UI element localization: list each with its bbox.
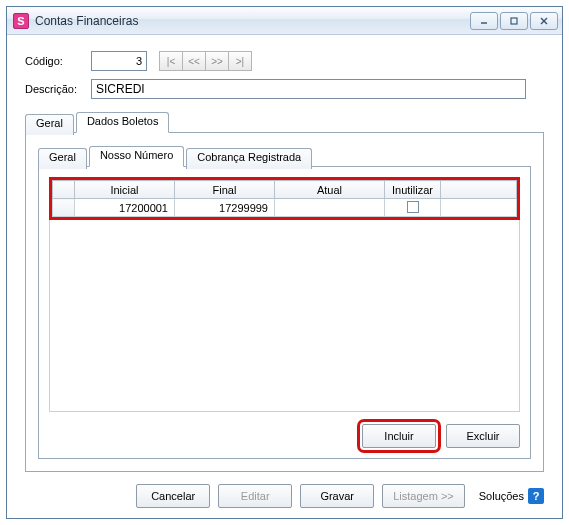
grid-header-row: Inicial Final Atual Inutilizar bbox=[53, 181, 517, 199]
help-icon[interactable]: ? bbox=[528, 488, 544, 504]
col-header-atual[interactable]: Atual bbox=[275, 181, 385, 199]
tab-inner-cobranca-registrada[interactable]: Cobrança Registrada bbox=[186, 148, 312, 169]
outer-tabpanel: Geral Nosso Número Cobrança Registrada bbox=[25, 132, 544, 472]
row-selector-cell[interactable] bbox=[53, 199, 75, 217]
codigo-label: Código: bbox=[25, 55, 83, 67]
app-icon: S bbox=[13, 13, 29, 29]
client-area: Código: |< << >> >| Descrição: Geral Dad… bbox=[7, 35, 562, 518]
inner-tabpanel: Inicial Final Atual Inutilizar bbox=[38, 166, 531, 459]
codigo-input[interactable] bbox=[91, 51, 147, 71]
cancelar-button[interactable]: Cancelar bbox=[136, 484, 210, 508]
grid-row-header-blank bbox=[53, 181, 75, 199]
editar-button: Editar bbox=[218, 484, 292, 508]
solucoes-link[interactable]: Soluções ? bbox=[479, 488, 544, 504]
incluir-button[interactable]: Incluir bbox=[362, 424, 436, 448]
cell-inicial[interactable]: 17200001 bbox=[75, 199, 175, 217]
close-button[interactable] bbox=[530, 12, 558, 30]
window-title: Contas Financeiras bbox=[35, 14, 470, 28]
svg-rect-1 bbox=[511, 18, 517, 24]
excluir-button[interactable]: Excluir bbox=[446, 424, 520, 448]
cell-final[interactable]: 17299999 bbox=[175, 199, 275, 217]
maximize-button[interactable] bbox=[500, 12, 528, 30]
nav-first-button[interactable]: |< bbox=[159, 51, 183, 71]
cell-inutilizar[interactable] bbox=[385, 199, 441, 217]
descricao-input[interactable] bbox=[91, 79, 526, 99]
gravar-button[interactable]: Gravar bbox=[300, 484, 374, 508]
cell-rest bbox=[441, 199, 517, 217]
tab-inner-nosso-numero[interactable]: Nosso Número bbox=[89, 146, 184, 167]
inutilizar-checkbox[interactable] bbox=[407, 201, 419, 213]
col-header-final[interactable]: Final bbox=[175, 181, 275, 199]
titlebar: S Contas Financeiras bbox=[7, 7, 562, 35]
nav-last-button[interactable]: >| bbox=[228, 51, 252, 71]
col-header-inicial[interactable]: Inicial bbox=[75, 181, 175, 199]
grid-empty-area bbox=[49, 220, 520, 412]
window-frame: S Contas Financeiras Código: |< << >> >| bbox=[6, 6, 563, 519]
tab-inner-geral[interactable]: Geral bbox=[38, 148, 87, 169]
tab-outer-dados-boletos[interactable]: Dados Boletos bbox=[76, 112, 170, 133]
minimize-button[interactable] bbox=[470, 12, 498, 30]
descricao-label: Descrição: bbox=[25, 83, 83, 95]
cell-atual[interactable] bbox=[275, 199, 385, 217]
nosso-numero-grid: Inicial Final Atual Inutilizar bbox=[52, 180, 517, 217]
col-header-inutilizar[interactable]: Inutilizar bbox=[385, 181, 441, 199]
tab-outer-geral[interactable]: Geral bbox=[25, 114, 74, 135]
listagem-button: Listagem >> bbox=[382, 484, 465, 508]
grid-highlight-frame: Inicial Final Atual Inutilizar bbox=[49, 177, 520, 220]
solucoes-label: Soluções bbox=[479, 490, 524, 502]
nav-prev-button[interactable]: << bbox=[182, 51, 206, 71]
table-row[interactable]: 17200001 17299999 bbox=[53, 199, 517, 217]
nav-next-button[interactable]: >> bbox=[205, 51, 229, 71]
col-header-rest bbox=[441, 181, 517, 199]
